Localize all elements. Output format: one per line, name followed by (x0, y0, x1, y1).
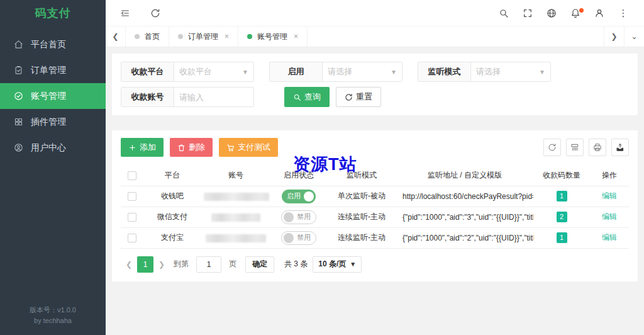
refresh-page-button[interactable] (145, 0, 166, 26)
topbar-actions: ⋮ (492, 0, 635, 26)
col-platform: 平台 (143, 166, 201, 186)
tab-orders[interactable]: 订单管理 × (169, 26, 238, 47)
chevron-left-icon: ❮ (126, 260, 132, 269)
cell-mode: 单次监听-被动 (327, 186, 396, 207)
cell-address: {"pid":"1000","aid":"2","uid":"{{UID}}",… (396, 227, 533, 248)
col-address: 监听地址 / 自定义模版 (396, 166, 533, 186)
tabs-menu-button[interactable]: ⌄ (624, 26, 644, 47)
status-toggle[interactable]: 禁用 (281, 210, 316, 224)
chevron-right-icon: ❯ (158, 260, 165, 269)
export-icon (616, 143, 625, 152)
language-button[interactable] (540, 0, 564, 26)
col-qr-count: 收款码数量 (533, 166, 590, 186)
status-toggle[interactable]: 禁用 (281, 231, 316, 245)
delete-button[interactable]: 删除 (170, 138, 213, 157)
sidebar-item-label: 账号管理 (31, 91, 66, 102)
col-actions: 操作 (590, 166, 629, 186)
listen-mode-select[interactable]: 请选择 ▼ (471, 62, 550, 81)
table-columns-button[interactable] (566, 139, 584, 156)
filter-listen-mode: 监听模式 请选择 ▼ (418, 62, 551, 82)
sidebar-menu: 平台首页 订单管理 账号管理 插件管理 用户中心 (0, 31, 106, 161)
fullscreen-button[interactable] (516, 0, 540, 26)
platform-select[interactable]: 收款平台 ▼ (174, 62, 253, 81)
filter-platform-label: 收款平台 (121, 62, 174, 81)
status-toggle[interactable]: 启用 (282, 190, 316, 203)
tabs-scroll-left-button[interactable]: ❮ (106, 26, 126, 47)
user-icon (594, 8, 604, 18)
table-header-row: 平台 账号 启用状态 监听模式 监听地址 / 自定义模版 收款码数量 操作 (121, 166, 629, 186)
row-checkbox[interactable] (128, 213, 136, 222)
search-button[interactable] (492, 0, 516, 26)
add-button[interactable]: 添加 (121, 138, 164, 157)
refresh-icon (548, 143, 557, 152)
more-options-button[interactable]: ⋮ (611, 0, 635, 26)
col-mode: 监听模式 (327, 166, 396, 186)
pay-test-button[interactable]: 支付测试 (219, 138, 278, 157)
sidebar: 码支付 平台首页 订单管理 账号管理 插件管理 用户中心 (0, 0, 106, 335)
account-input[interactable] (174, 88, 253, 106)
search-button-label: 查询 (304, 91, 321, 103)
row-checkbox[interactable] (128, 234, 136, 242)
filter-enabled-label: 启用 (270, 62, 323, 81)
filter-panel: 收款平台 收款平台 ▼ 启用 请选择 ▼ 监听模 (112, 54, 638, 115)
table-print-button[interactable] (589, 139, 606, 156)
goto-page-input[interactable] (196, 256, 221, 273)
col-account: 账号 (201, 166, 270, 186)
redacted-account (206, 234, 266, 242)
user-menu-button[interactable] (587, 0, 611, 26)
qr-count-badge: 1 (557, 191, 567, 202)
toggle-knob (284, 212, 294, 222)
sidebar-item-label: 插件管理 (31, 116, 66, 128)
next-page-button[interactable]: ❯ (153, 256, 170, 273)
topbar: ⋮ (106, 0, 644, 26)
trash-icon (177, 144, 186, 152)
edit-link[interactable]: 编辑 (602, 233, 617, 242)
table-export-button[interactable] (611, 139, 629, 156)
toggle-knob (284, 233, 294, 243)
listen-mode-select-placeholder: 请选择 (476, 66, 501, 77)
reset-button[interactable]: 重置 (336, 87, 381, 107)
globe-icon (547, 8, 557, 18)
search-submit-button[interactable]: 查询 (284, 87, 330, 107)
sidebar-item-home[interactable]: 平台首页 (0, 31, 106, 57)
notifications-button[interactable] (564, 0, 587, 26)
prev-page-button[interactable]: ❮ (121, 256, 137, 273)
collapse-menu-icon (120, 8, 130, 18)
cell-address: {"pid":"1000","aid":"3","uid":"{{UID}}",… (396, 207, 533, 227)
table-refresh-button[interactable] (543, 139, 561, 156)
edit-link[interactable]: 编辑 (602, 212, 617, 221)
cell-platform: 微信支付 (143, 207, 201, 227)
tab-accounts[interactable]: 账号管理 × (238, 26, 308, 47)
collapse-sidebar-button[interactable] (114, 0, 136, 26)
sidebar-footer: 版本号：v1.0.0 by techhaha (0, 305, 106, 326)
tab-home[interactable]: 首页 (126, 26, 169, 47)
sidebar-item-orders[interactable]: 订单管理 (0, 57, 106, 83)
tab-dot-icon (135, 34, 140, 39)
add-button-label: 添加 (140, 142, 156, 153)
sidebar-item-label: 订单管理 (31, 65, 66, 76)
select-all-checkbox[interactable] (128, 171, 136, 180)
caret-down-icon: ▼ (242, 69, 248, 76)
cell-platform: 支付宝 (143, 227, 201, 248)
sidebar-item-accounts[interactable]: 账号管理 (0, 83, 106, 109)
enabled-select[interactable]: 请选择 ▼ (323, 62, 402, 81)
refresh-icon (150, 8, 160, 18)
page-number-button[interactable]: 1 (137, 256, 153, 273)
close-icon[interactable]: × (294, 32, 298, 41)
table-row: 微信支付 禁用 连续监听-主动 {"pid":"1000","aid":"3",… (121, 207, 629, 227)
row-checkbox[interactable] (128, 192, 136, 201)
qr-count-badge: 2 (557, 212, 567, 222)
chevron-left-icon: ❮ (112, 32, 118, 41)
edit-link[interactable]: 编辑 (602, 191, 617, 200)
tab-dot-icon (247, 34, 252, 39)
sidebar-item-usercenter[interactable]: 用户中心 (0, 135, 106, 161)
filter-platform: 收款平台 收款平台 ▼ (121, 62, 254, 82)
toggle-label: 禁用 (297, 212, 311, 222)
enabled-select-placeholder: 请选择 (328, 66, 352, 77)
per-page-select[interactable]: 10 条/页 ▼ (313, 256, 362, 273)
columns-icon (570, 143, 579, 152)
tabs-scroll-right-button[interactable]: ❯ (604, 26, 624, 47)
close-icon[interactable]: × (225, 32, 229, 41)
goto-confirm-button[interactable]: 确定 (245, 256, 274, 273)
sidebar-item-plugins[interactable]: 插件管理 (0, 109, 106, 135)
